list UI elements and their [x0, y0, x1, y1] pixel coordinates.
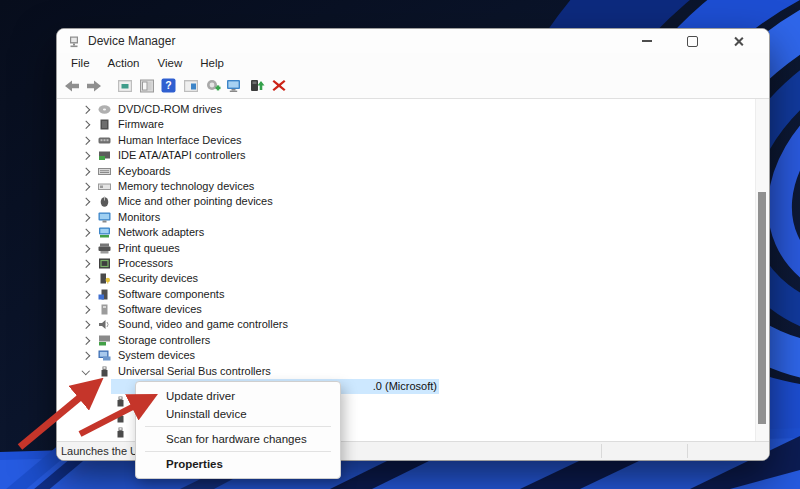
- chevron-right-icon[interactable]: [82, 214, 90, 222]
- usb-device-icon: [114, 412, 127, 423]
- tree-item-label: Mice and other pointing devices: [118, 195, 273, 207]
- tree-item-monitors[interactable]: Monitors: [57, 210, 756, 225]
- network-adapter-icon: [98, 227, 111, 238]
- tree-item-label: IDE ATA/ATAPI controllers: [118, 149, 246, 161]
- selected-device-visible-label: .0 (Microsoft): [373, 380, 437, 392]
- tree-item-software-components[interactable]: Software components: [57, 287, 756, 302]
- forward-icon[interactable]: [83, 76, 104, 96]
- menu-view[interactable]: View: [150, 55, 193, 71]
- tree-item-network-adapters[interactable]: Network adapters: [57, 225, 756, 240]
- chevron-right-icon[interactable]: [82, 106, 90, 114]
- tree-item-sound-video-and-game-controllers[interactable]: Sound, video and game controllers: [57, 317, 756, 332]
- tree-item-dvd-cd-rom-drives[interactable]: DVD/CD-ROM drives: [57, 102, 756, 117]
- chevron-right-icon[interactable]: [82, 337, 90, 345]
- chevron-right-icon[interactable]: [82, 352, 90, 360]
- chevron-right-icon[interactable]: [82, 245, 90, 253]
- status-bar-divider: [687, 444, 688, 458]
- tree-item-storage-controllers[interactable]: Storage controllers: [57, 333, 756, 348]
- tree-item-print-queues[interactable]: Print queues: [57, 241, 756, 256]
- software-component-icon: [98, 289, 111, 300]
- context-menu-item-update-driver[interactable]: Update driver: [136, 387, 340, 405]
- chevron-right-icon[interactable]: [82, 183, 90, 191]
- tree-item-security-devices[interactable]: Security devices: [57, 271, 756, 286]
- tree-item-label: Universal Serial Bus controllers: [118, 365, 271, 377]
- context-menu-item-uninstall-device[interactable]: Uninstall device: [136, 405, 340, 423]
- tree-item-label: Firmware: [118, 118, 164, 130]
- context-menu: Update driverUninstall deviceScan for ha…: [135, 381, 341, 479]
- chevron-right-icon[interactable]: [82, 198, 90, 206]
- chevron-right-icon[interactable]: [82, 306, 90, 314]
- storage-icon: [98, 335, 111, 346]
- chevron-glyph: [82, 137, 90, 145]
- chevron-glyph: [82, 337, 90, 345]
- chevron-glyph: [82, 321, 90, 329]
- hid-icon: [98, 135, 111, 146]
- mouse-icon: [98, 196, 111, 207]
- firmware-icon: [98, 119, 111, 130]
- tree-item-software-devices[interactable]: Software devices: [57, 302, 756, 317]
- menu-help[interactable]: Help: [192, 55, 234, 71]
- tree-item-system-devices[interactable]: System devices: [57, 348, 756, 363]
- tree-item-label: Keyboards: [118, 165, 171, 177]
- chevron-right-icon[interactable]: [82, 260, 90, 268]
- tree-item-firmware[interactable]: Firmware: [57, 117, 756, 132]
- title-bar[interactable]: Device Manager: [57, 29, 769, 53]
- maximize-button[interactable]: [686, 35, 699, 48]
- context-menu-separator: [145, 451, 331, 452]
- chevron-glyph: [82, 260, 90, 268]
- update-driver-icon[interactable]: [246, 76, 267, 96]
- tree-item-keyboards[interactable]: Keyboards: [57, 164, 756, 179]
- menu-action[interactable]: Action: [100, 55, 150, 71]
- vertical-scrollbar[interactable]: [755, 99, 769, 442]
- tree-item-memory-technology-devices[interactable]: Memory technology devices: [57, 179, 756, 194]
- tree-item-label: Network adapters: [118, 226, 204, 238]
- computer-icon[interactable]: [224, 76, 245, 96]
- chevron-glyph: [82, 214, 90, 222]
- console-tree-icon[interactable]: [114, 76, 135, 96]
- tree-item-label: Software components: [118, 288, 224, 300]
- svg-text:?: ?: [165, 79, 171, 91]
- chevron-glyph: [82, 306, 90, 314]
- security-icon: [98, 273, 111, 284]
- close-button[interactable]: [732, 35, 745, 48]
- chevron-glyph: [82, 367, 90, 375]
- chevron-glyph: [82, 183, 90, 191]
- chevron-glyph: [82, 121, 90, 129]
- scan-hardware-icon[interactable]: [202, 76, 223, 96]
- tree-item-label: Monitors: [118, 211, 160, 223]
- context-menu-item-properties[interactable]: Properties: [136, 455, 340, 473]
- chevron-down-icon[interactable]: [82, 368, 90, 376]
- tree-item-label: Sound, video and game controllers: [118, 318, 288, 330]
- chevron-glyph: [82, 152, 90, 160]
- tree-item-mice-and-other-pointing-devices[interactable]: Mice and other pointing devices: [57, 194, 756, 209]
- chevron-right-icon[interactable]: [82, 137, 90, 145]
- chevron-right-icon[interactable]: [82, 229, 90, 237]
- context-menu-item-scan-for-hardware-changes[interactable]: Scan for hardware changes: [136, 430, 340, 448]
- usb-icon: [98, 366, 111, 377]
- tree-item-processors[interactable]: Processors: [57, 256, 756, 271]
- tree-item-label: DVD/CD-ROM drives: [118, 103, 222, 115]
- properties-icon[interactable]: [180, 76, 201, 96]
- chevron-right-icon[interactable]: [82, 152, 90, 160]
- tree-item-human-interface-devices[interactable]: Human Interface Devices: [57, 133, 756, 148]
- tree-item-ide-ata-atapi-controllers[interactable]: IDE ATA/ATAPI controllers: [57, 148, 756, 163]
- export-list-icon[interactable]: [136, 76, 157, 96]
- cd-drive-icon: [98, 104, 111, 115]
- chevron-right-icon[interactable]: [82, 168, 90, 176]
- help-icon[interactable]: ?: [158, 76, 179, 96]
- scrollbar-thumb[interactable]: [758, 192, 766, 424]
- device-manager-app-icon: [67, 35, 81, 48]
- chevron-glyph: [82, 275, 90, 283]
- chevron-glyph: [82, 291, 90, 299]
- maximize-icon: [687, 36, 698, 47]
- uninstall-device-icon[interactable]: [268, 76, 289, 96]
- chevron-right-icon[interactable]: [82, 291, 90, 299]
- chevron-right-icon[interactable]: [82, 321, 90, 329]
- usb-device-icon: [114, 427, 127, 438]
- minimize-button[interactable]: [640, 35, 653, 48]
- chevron-right-icon[interactable]: [82, 121, 90, 129]
- tree-item-universal-serial-bus-controllers[interactable]: Universal Serial Bus controllers: [57, 364, 756, 379]
- back-icon[interactable]: [61, 76, 82, 96]
- chevron-right-icon[interactable]: [82, 275, 90, 283]
- menu-file[interactable]: File: [63, 55, 100, 71]
